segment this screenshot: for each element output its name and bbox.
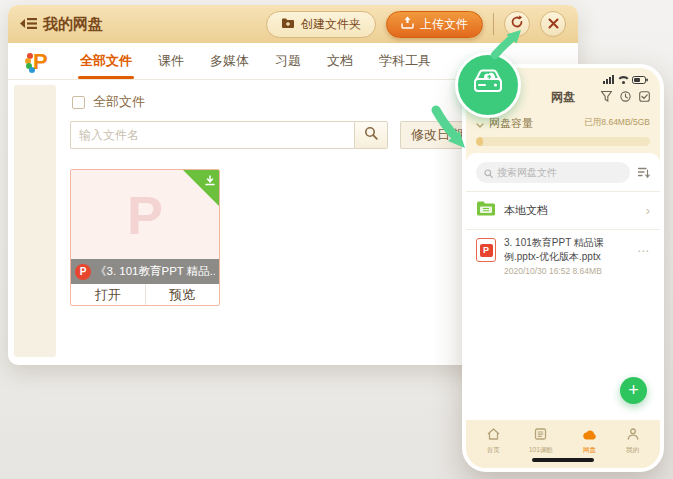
file-card[interactable]: P P 《3. 101教育PPT 精品... 打开 预览 <box>70 169 220 306</box>
search-button[interactable] <box>354 121 388 149</box>
file-card-watermark: P <box>127 184 163 246</box>
close-button[interactable] <box>540 11 566 37</box>
folder-icon <box>476 200 496 221</box>
tab-exercises[interactable]: 习题 <box>275 43 301 79</box>
tab-documents[interactable]: 文档 <box>327 43 353 79</box>
folder-plus-icon <box>281 17 295 32</box>
sort-icon[interactable] <box>638 164 650 182</box>
search-icon <box>364 126 378 144</box>
phone-file-list: 搜索网盘文件 本地文档 › P 3. 101教育PPT <box>466 153 660 420</box>
window-header: 我的网盘 创建文件夹 上传文件 <box>8 5 578 43</box>
file-card-preview: P <box>71 170 219 259</box>
folder-row-local-docs[interactable]: 本地文档 › <box>466 192 660 229</box>
file-card-name-bar: P 《3. 101教育PPT 精品... <box>71 259 219 284</box>
svg-text:P: P <box>33 49 48 74</box>
resource-store-icon <box>534 426 547 444</box>
tab-home[interactable]: 首页 <box>487 426 500 455</box>
tab-multimedia[interactable]: 多媒体 <box>210 43 249 79</box>
add-fab-button[interactable]: + <box>620 377 647 404</box>
capacity-label: 网盘容量 <box>489 116 533 131</box>
transfer-history-icon[interactable] <box>620 88 631 106</box>
window-title: 我的网盘 <box>20 15 103 34</box>
file-meta: 2020/10/30 16:52 8.64MB <box>504 266 629 276</box>
folder-name: 本地文档 <box>504 203 548 218</box>
tab-drive-label: 网盘 <box>583 446 596 455</box>
ppt-letter-badge: P <box>480 244 493 257</box>
create-folder-label: 创建文件夹 <box>301 16 361 33</box>
tab-subject-tools[interactable]: 学科工具 <box>379 43 431 79</box>
file-name: 3. 101教育PPT 精品课例.pptx-优化版本.pptx <box>504 236 629 263</box>
home-icon <box>487 426 500 444</box>
tab-drive[interactable]: 网盘 <box>582 426 597 455</box>
select-all-label: 全部文件 <box>93 93 145 111</box>
ppt-file-icon: P <box>476 238 496 262</box>
tab-me[interactable]: 我的 <box>626 426 639 455</box>
select-all-checkbox[interactable] <box>72 96 85 109</box>
upload-file-button[interactable]: 上传文件 <box>386 11 483 38</box>
window-title-text: 我的网盘 <box>43 15 103 34</box>
phone-search-placeholder: 搜索网盘文件 <box>497 166 557 180</box>
search-icon <box>484 164 493 182</box>
preview-button[interactable]: 预览 <box>146 284 220 305</box>
capacity-progress-bar <box>476 137 650 146</box>
capacity-used: 已用8.64MB/5GB <box>584 117 650 129</box>
multi-select-icon[interactable] <box>639 88 650 106</box>
create-folder-button[interactable]: 创建文件夹 <box>266 11 376 38</box>
tab-home-label: 首页 <box>487 446 500 455</box>
header-divider <box>493 13 494 35</box>
download-check-icon <box>204 173 216 191</box>
tab-101-keku-label: 101课酷 <box>529 446 553 455</box>
person-icon <box>627 426 639 444</box>
capacity-progress-fill <box>476 137 483 146</box>
home-indicator[interactable] <box>532 458 594 462</box>
drive-cloud-icon <box>470 66 506 104</box>
tab-101-keku[interactable]: 101课酷 <box>529 426 553 455</box>
open-button[interactable]: 打开 <box>71 284 146 305</box>
refresh-button[interactable] <box>504 11 530 37</box>
upload-file-label: 上传文件 <box>420 16 468 33</box>
filter-icon[interactable] <box>601 88 612 106</box>
tab-all-files[interactable]: 全部文件 <box>80 43 132 79</box>
date-filter-label: 修改日期 <box>411 126 463 144</box>
phone-search-bar[interactable]: 搜索网盘文件 <box>476 162 630 183</box>
refresh-icon <box>510 15 524 33</box>
file-row[interactable]: P 3. 101教育PPT 精品课例.pptx-优化版本.pptx 2020/1… <box>466 230 660 282</box>
search-input[interactable] <box>70 121 354 149</box>
more-options-icon[interactable]: ⋯ <box>637 244 650 258</box>
tab-me-label: 我的 <box>626 446 639 455</box>
cloud-icon <box>582 426 597 444</box>
left-sidebar <box>14 85 56 357</box>
mobile-app-panel: 网盘 网盘容量 已用8.64MB/5GB <box>462 64 664 472</box>
file-card-name: 《3. 101教育PPT 精品... <box>95 264 215 279</box>
chevron-right-icon: › <box>646 203 650 218</box>
upload-icon <box>401 16 414 32</box>
tab-courseware[interactable]: 课件 <box>158 43 184 79</box>
phone-tab-bar: 首页 101课酷 网盘 <box>466 420 660 468</box>
close-icon <box>548 15 559 33</box>
cloud-drive-badge <box>455 52 521 118</box>
app-logo-icon: P <box>22 48 50 74</box>
collapse-menu-icon[interactable] <box>20 16 37 33</box>
ppt-badge-icon: P <box>75 264 91 280</box>
